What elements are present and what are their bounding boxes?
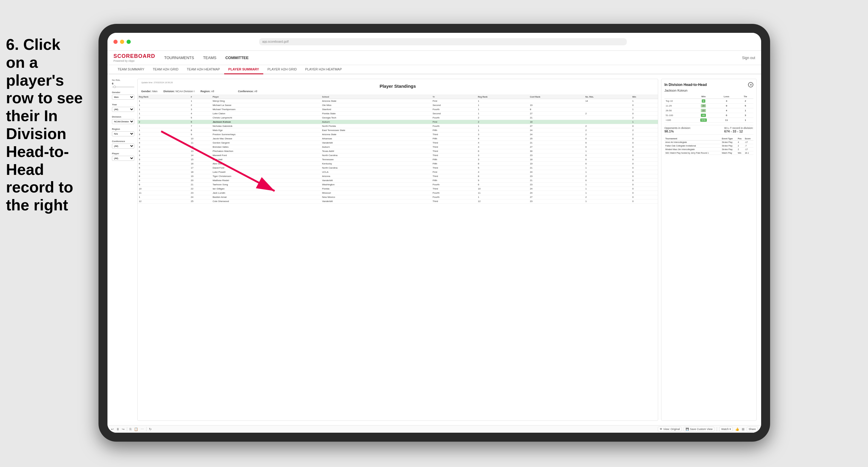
cell-reg-rank: 4 (137, 170, 190, 174)
save-custom-label: Save Custom View (690, 428, 712, 431)
cell-win: 0 (631, 174, 658, 179)
table-row[interactable]: 9 20 Matthew Riedel Vanderbilt Fifth 9 2… (137, 179, 658, 183)
year-select[interactable]: (All) (112, 107, 134, 112)
cell-reg-rank: 3 (137, 132, 190, 137)
conference-select[interactable]: (All) (112, 144, 134, 149)
table-row[interactable]: 4 11 Gordon Sargent Vanderbilt Third 4 2… (137, 141, 658, 145)
table-row[interactable]: 8 19 Tiger Christensen Arizona Third 8 2… (137, 174, 658, 179)
table-row[interactable]: 4 12 Brendan Valles Auburn Third 4 27 0 … (137, 145, 658, 149)
cell-school: Ole Miss (321, 103, 431, 107)
subnav-team-summary[interactable]: TEAM SUMMARY (114, 65, 149, 74)
cell-win: 0 (631, 199, 658, 204)
table-row[interactable]: 1 7 Nicholas Gabrelcik North Florida Fou… (137, 124, 658, 128)
table-row[interactable]: 1 3 Michael Thorbjornsen Stanford Fourth… (137, 107, 658, 112)
table-row[interactable]: 1 2 Michael La Sasse Ole Miss Second 1 1… (137, 103, 658, 107)
subnav-team-h2h-heatmap[interactable]: TEAM H2H HEATMAP (183, 65, 224, 74)
update-time: Update time: 27/03/2024 16:56:26 (141, 82, 654, 84)
nav-tournaments[interactable]: TOURNAMENTS (164, 54, 194, 61)
cell-win: 1 (631, 107, 658, 112)
paste-icon[interactable]: 📋 (134, 427, 138, 431)
copy-icon[interactable]: ⎘ (129, 427, 132, 431)
tourn-pos: 4 (737, 141, 744, 144)
table-row[interactable]: 6 21 Taehoon Song Washington Fourth 6 23… (137, 183, 658, 187)
thumbs-up-icon[interactable]: 👍 (735, 427, 739, 431)
division-select[interactable]: NCAA Division I (112, 119, 134, 124)
cell-num: 20 (190, 179, 211, 183)
cell-num: 1 (190, 99, 211, 103)
subnav-player-h2h-heatmap[interactable]: PLAYER H2H HEATMAP (301, 65, 346, 74)
main-content: No Rds. 6 Gender Men Year (107, 74, 761, 425)
table-row[interactable]: 8 16 Alex Goff Kentucky Fifth 8 19 0 0 (137, 162, 658, 166)
no-rds-slider[interactable] (112, 87, 134, 87)
cell-reg-rank2: 1 (477, 128, 529, 132)
cell-school: Vanderbilt (321, 141, 431, 145)
cell-reg-rank: 1 (137, 107, 190, 112)
table-row[interactable]: 3 9 Preston Summerhays Arizona State Thi… (137, 132, 658, 137)
h2h-label: 11-25 (664, 103, 691, 108)
cell-player: Michael La Sasse (211, 103, 321, 107)
h2h-loss: 6 (715, 113, 737, 118)
save-custom-btn[interactable]: 💾 Save Custom View (684, 427, 714, 432)
gender-select[interactable]: Men (112, 95, 134, 100)
pause-icon[interactable]: ⏸ (116, 427, 119, 431)
region-select[interactable]: N/a (112, 131, 134, 136)
nav-committee[interactable]: COMMITTEE (225, 54, 249, 61)
more-icon[interactable]: ⋯ (141, 427, 144, 431)
table-row[interactable]: 4 10 Jacob Mac Diease Arkansas Fifth 4 2… (137, 137, 658, 141)
table-row[interactable]: 3 15 Jake Hall Tennessee Fifth 3 18 0 0 (137, 158, 658, 162)
table-row[interactable]: 12 25 Cole Sherwood Vanderbilt Third 12 … (137, 199, 658, 204)
cell-yr: Fifth (431, 128, 477, 132)
cell-num: 16 (190, 162, 211, 166)
table-row[interactable]: 1 1 Wenyi Ding Arizona State First 1 14 … (137, 99, 658, 103)
toolbar-separator-3 (717, 427, 717, 431)
table-row[interactable]: 2 6 Jackson Koivun Auburn First 2 18 1 (137, 120, 658, 124)
cell-reg-rank2: 3 (477, 158, 529, 162)
cell-num: 18 (190, 170, 211, 174)
h2h-record-label: W-L-T record in-division: 674 - 33 - 12 (724, 127, 753, 133)
cell-player: Phichaksn Maichon (211, 149, 321, 153)
h2h-label: Top 10 (664, 99, 691, 103)
table-row[interactable]: 1 4 Luke Claton Florida State Second 1 2… (137, 112, 658, 116)
logo-powered: Powered by clippi (114, 59, 155, 62)
share-btn[interactable]: Share (747, 427, 757, 432)
view-original-btn[interactable]: 👁 View: Original (658, 427, 681, 432)
refresh-icon[interactable]: ↻ (149, 427, 152, 431)
h2h-close-button[interactable]: ✕ (748, 82, 753, 87)
nav-teams[interactable]: TEAMS (203, 54, 216, 61)
grid-icon[interactable]: ⊞ (742, 427, 744, 431)
cell-win: 0 (631, 183, 658, 187)
table-row[interactable]: 4 18 Luke Powell UCLA First 4 24 1 0 (137, 170, 658, 174)
table-row[interactable]: 1 8 Mats Ege East Tennessee State Fifth … (137, 128, 658, 132)
h2h-label: 26-50 (664, 108, 691, 113)
nav-links: TOURNAMENTS TEAMS COMMITTEE (164, 54, 742, 61)
subnav-player-h2h-grid[interactable]: PLAYER H2H GRID (263, 65, 301, 74)
cell-yr: Third (431, 199, 477, 204)
cell-no-rds: 0 (584, 141, 631, 145)
subnav-player-summary[interactable]: PLAYER SUMMARY (224, 65, 263, 74)
table-row[interactable]: 2 5 Christo Lamprecht Georgia Tech Fourt… (137, 116, 658, 120)
cell-school: North Carolina (321, 166, 431, 170)
table-row[interactable]: 3 14 Maxwell Ford North Carolina Third 3… (137, 153, 658, 158)
table-row[interactable]: 5 17 David Ford North Carolina Third 5 2… (137, 166, 658, 170)
cell-no-rds: 2 (584, 128, 631, 132)
col-num: # (190, 95, 211, 99)
sign-out-link[interactable]: Sign out (742, 56, 755, 60)
watch-btn[interactable]: Watch ▾ (719, 427, 733, 432)
table-row[interactable]: 10 22 Ian Gilligan Florida Third 10 24 1… (137, 187, 658, 191)
view-original-icon: 👁 (660, 428, 662, 431)
cell-win: 2 (631, 128, 658, 132)
table-row[interactable]: 11 23 Jack Lundin Missouri Fourth 11 24 … (137, 191, 658, 195)
table-row[interactable]: 6 13 Phichaksn Maichon Texas A&M Third 6… (137, 149, 658, 153)
cell-no-rds: 0 (584, 162, 631, 166)
h2h-loss: 11 (715, 118, 737, 123)
table-row[interactable]: 1 24 Bastien Amat New Mexico Fourth 1 27… (137, 195, 658, 199)
subnav-team-h2h-grid[interactable]: TEAM H2H GRID (149, 65, 183, 74)
cell-reg-rank2: 1 (477, 112, 529, 116)
undo-icon[interactable]: ↩ (111, 427, 114, 431)
cell-reg-rank2: 2 (477, 116, 529, 120)
h2h-tie: 1 (738, 118, 753, 123)
cell-reg-rank: 12 (137, 199, 190, 204)
player-select[interactable]: (All) (112, 156, 134, 161)
redo-icon[interactable]: ↪ (122, 427, 124, 431)
cell-conf-rank: 21 (529, 166, 584, 170)
